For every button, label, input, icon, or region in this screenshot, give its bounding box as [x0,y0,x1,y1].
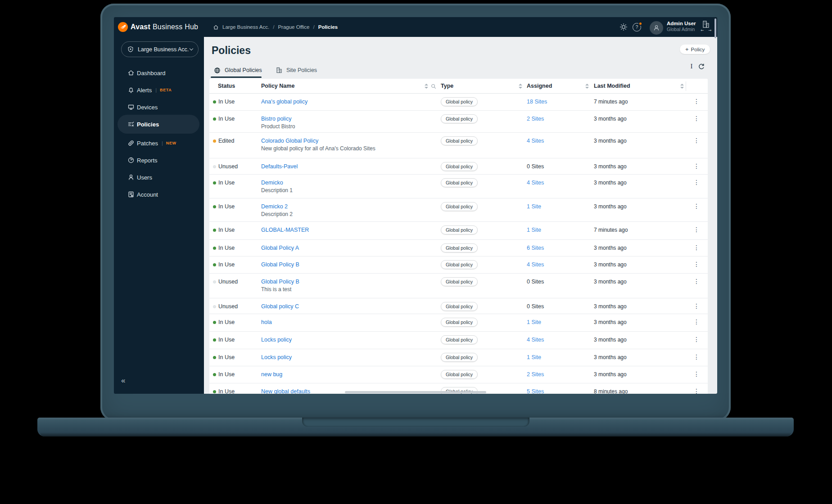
policy-name-link[interactable]: Locks policy [261,354,292,360]
last-modified-text: 3 months ago [594,163,627,170]
screen: AvastBusiness Hub Large Business Acc. / … [114,17,717,394]
assigned-sites-link[interactable]: 4 Sites [527,138,544,144]
status-dot [213,373,216,376]
assigned-sites-link[interactable]: 1 Site [527,227,541,233]
account-selector[interactable]: Large Business Acc. [121,41,199,57]
sort-icon[interactable] [585,84,589,89]
reports-icon [127,157,135,164]
assigned-sites-link[interactable]: 18 Sites [527,99,547,105]
kebab-menu-icon[interactable]: ⋮ [693,244,700,251]
org-switch-building-icon[interactable]: ←→ [699,21,713,32]
tab-global-policies[interactable]: Global Policies [214,65,262,75]
kebab-menu-icon[interactable]: ⋮ [693,179,700,186]
status-text: Unused [218,279,238,285]
sidebar-item-users[interactable]: Users [114,169,204,186]
home-icon [127,69,135,76]
horizontal-scrollbar[interactable] [345,391,486,393]
avatar[interactable] [650,21,663,35]
policy-name-link[interactable]: new bug [261,371,282,378]
kebab-menu-icon[interactable]: ⋮ [693,202,700,210]
assigned-sites-link[interactable]: 6 Sites [527,245,544,251]
assigned-sites-link[interactable]: 5 Sites [527,388,544,394]
policy-name-link[interactable]: Colorado Global Policy [261,138,318,144]
nav-badge-beta: |BETA [155,87,172,93]
assigned-sites-link[interactable]: 4 Sites [527,261,544,268]
assigned-sites-link[interactable]: 2 Sites [527,371,544,378]
sidebar-item-patches[interactable]: Patches |NEW [114,135,204,152]
policy-name-link[interactable]: New global defaults [261,388,310,394]
gear-icon[interactable] [619,22,628,32]
policy-name-link[interactable]: hola [261,319,272,325]
last-modified-text: 3 months ago [594,180,627,186]
column-last-modified[interactable]: Last Modified [594,83,630,89]
kebab-menu-icon[interactable]: ⋮ [693,318,700,325]
sidebar-collapse-button[interactable]: « [121,376,125,385]
header-divider [686,81,686,91]
breadcrumb-account[interactable]: Large Business Acc. [222,24,269,30]
assigned-sites-link[interactable]: 1 Site [527,354,541,360]
sidebar-item-account[interactable]: Account [114,186,204,203]
policy-name-link[interactable]: Demicko [261,180,283,186]
last-modified-text: 3 months ago [594,116,627,122]
sidebar-item-policies[interactable]: Policies [118,115,199,134]
policy-name-link[interactable]: Demicko 2 [261,203,288,210]
policy-name-link[interactable]: Defaults-Pavel [261,163,298,170]
sidebar-item-dashboard[interactable]: Dashboard [114,64,204,81]
sidebar-item-alerts[interactable]: Alerts |BETA [114,81,204,99]
tab-site-policies[interactable]: Site Policies [276,65,317,75]
policy-type-badge: Global policy [441,114,478,123]
search-icon[interactable] [431,84,436,89]
table-row: In Use Global Policy B Global policy 4 S… [209,256,708,274]
sort-icon[interactable] [519,84,522,89]
kebab-menu-icon[interactable]: ⋮ [693,162,700,170]
text-cursor-tool-icon[interactable]: I [688,63,695,70]
kebab-menu-icon[interactable]: ⋮ [693,302,700,310]
kebab-menu-icon[interactable]: ⋮ [693,278,700,285]
status-text: In Use [218,388,235,394]
last-modified-text: 3 months ago [594,138,627,144]
policy-name-link[interactable]: Global Policy B [261,261,299,268]
breadcrumb-site[interactable]: Prague Office [278,24,309,30]
sidebar-item-devices[interactable]: Devices [114,99,204,116]
policy-name-link[interactable]: Global Policy B [261,279,299,285]
column-status[interactable]: Status [218,83,235,89]
kebab-menu-icon[interactable]: ⋮ [693,261,700,268]
help-icon[interactable]: ? [633,23,641,32]
kebab-menu-icon[interactable]: ⋮ [693,387,700,394]
column-assigned[interactable]: Assigned [527,83,552,89]
kebab-menu-icon[interactable]: ⋮ [693,370,700,378]
column-policy-name[interactable]: Policy Name [261,83,294,89]
home-icon[interactable] [213,24,219,30]
policy-name-link[interactable]: GLOBAL-MASTER [261,227,309,233]
kebab-menu-icon[interactable]: ⋮ [693,353,700,360]
sort-icon[interactable] [680,84,684,89]
policy-name-link[interactable]: Bistro policy [261,116,291,122]
refresh-icon[interactable] [698,63,705,70]
kebab-menu-icon[interactable]: ⋮ [693,336,700,343]
assigned-sites-link[interactable]: 4 Sites [527,337,544,343]
vertical-scrollbar[interactable] [714,18,716,38]
policy-name-link[interactable]: Global policy C [261,303,299,310]
policy-name-link[interactable]: Ana's global policy [261,99,307,105]
policy-name-link[interactable]: Global Policy A [261,245,299,251]
assigned-sites-link[interactable]: 2 Sites [527,116,544,122]
add-policy-button[interactable]: + Policy [680,45,710,54]
status-dot [213,117,216,121]
policy-name-link[interactable]: Locks policy [261,337,292,343]
kebab-menu-icon[interactable]: ⋮ [693,98,700,105]
kebab-menu-icon[interactable]: ⋮ [693,137,700,144]
status-text: Edited [218,138,234,144]
column-type[interactable]: Type [441,83,453,89]
assigned-sites-link[interactable]: 1 Site [527,203,541,210]
status-dot [213,356,216,359]
sort-icon[interactable] [425,84,428,89]
policy-description: Description 1 [261,187,293,194]
sidebar-item-label: Reports [137,157,158,164]
user-info[interactable]: Admin User Global Admin [667,20,696,33]
kebab-menu-icon[interactable]: ⋮ [693,226,700,233]
assigned-sites-link[interactable]: 1 Site [527,319,541,325]
sidebar-item-reports[interactable]: Reports [114,152,204,169]
assigned-sites-link[interactable]: 4 Sites [527,180,544,186]
table-row: In Use Locks policy Global policy 1 Site… [209,349,708,366]
kebab-menu-icon[interactable]: ⋮ [693,115,700,122]
